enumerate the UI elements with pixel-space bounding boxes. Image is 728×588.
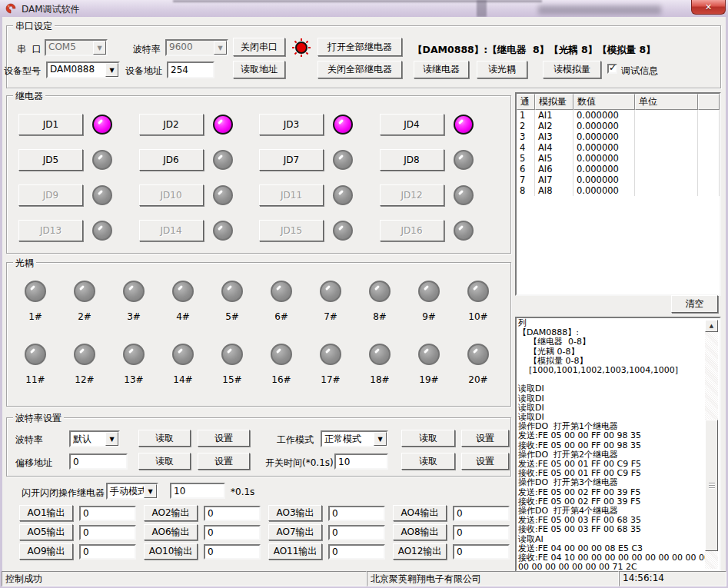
ao-button-ao10[interactable]: AO10输出 bbox=[144, 543, 198, 560]
ao-input-ao10[interactable] bbox=[204, 544, 261, 560]
log-scrollbar-thumb[interactable] bbox=[705, 420, 718, 552]
work-mode-select[interactable]: 正常模式 ▼ bbox=[321, 430, 388, 447]
ao-button-ao2[interactable]: AO2输出 bbox=[144, 505, 198, 521]
debug-info-checkbox[interactable] bbox=[607, 64, 617, 74]
port-label: 串 口 bbox=[17, 43, 42, 56]
port-select[interactable]: COM5 ▼ bbox=[45, 39, 108, 56]
relay-button-jd9[interactable]: JD9 bbox=[18, 184, 83, 206]
ao-button-ao7[interactable]: AO7输出 bbox=[268, 524, 322, 540]
ao-input-ao1[interactable] bbox=[79, 506, 136, 521]
ao-button-ao5[interactable]: AO5输出 bbox=[19, 524, 73, 540]
baud-select[interactable]: 9600 ▼ bbox=[165, 39, 228, 56]
ao-input-ao6[interactable] bbox=[204, 525, 261, 540]
close-all-relays-button[interactable]: 关闭全部继电器 bbox=[317, 61, 402, 78]
ao-button-ao1[interactable]: AO1输出 bbox=[19, 505, 73, 521]
scroll-up-icon[interactable]: ▲ bbox=[705, 320, 718, 332]
analog-col-header[interactable]: 模拟量 bbox=[535, 94, 573, 110]
ao-input-ao9[interactable] bbox=[79, 544, 136, 560]
relay-cell: JD12 bbox=[380, 178, 500, 213]
baudrate-select[interactable]: 默认 ▼ bbox=[69, 430, 120, 447]
switch-time-set-button[interactable]: 设置 bbox=[461, 453, 509, 470]
opto-cell: 12# bbox=[60, 344, 109, 407]
log-panel[interactable]: 列 【DAM0888】: 【继电器 0-8】 【光耦 0-8】 【模拟量 0-8… bbox=[515, 317, 721, 572]
flash-time-input[interactable] bbox=[170, 483, 225, 499]
ao-input-ao12[interactable] bbox=[453, 544, 510, 560]
ao-input-ao4[interactable] bbox=[453, 506, 510, 521]
opto-cell: 16# bbox=[257, 344, 306, 407]
relay-button-jd5[interactable]: JD5 bbox=[18, 149, 83, 171]
read-analog-button[interactable]: 读模拟量 bbox=[543, 61, 601, 78]
log-scrollbar[interactable]: ▲ bbox=[705, 320, 718, 569]
table-row[interactable]: 3AI30.000000 bbox=[517, 131, 720, 142]
table-cell bbox=[698, 153, 720, 164]
open-all-relays-button[interactable]: 打开全部继电器 bbox=[317, 38, 402, 56]
switch-time-read-button[interactable]: 读取 bbox=[401, 453, 455, 470]
relay-button-jd8[interactable]: JD8 bbox=[380, 149, 444, 171]
table-row[interactable]: 8AI80.000000 bbox=[517, 185, 720, 196]
close-button[interactable]: ✕ bbox=[691, 0, 726, 15]
relay-button-jd11[interactable]: JD11 bbox=[259, 184, 324, 206]
ao-button-ao11[interactable]: AO11输出 bbox=[268, 543, 322, 560]
opto-led-9 bbox=[418, 281, 440, 302]
work-mode-read-button[interactable]: 读取 bbox=[401, 430, 455, 447]
table-row[interactable]: 2AI20.000000 bbox=[517, 121, 720, 131]
analog-col-header[interactable]: 通 bbox=[517, 94, 535, 110]
relay-button-jd16[interactable]: JD16 bbox=[380, 220, 444, 241]
table-row[interactable]: 6AI60.000000 bbox=[517, 164, 720, 174]
ao-input-ao5[interactable] bbox=[79, 525, 136, 540]
read-addr-button[interactable]: 读取地址 bbox=[233, 61, 285, 78]
table-cell: 0.000000 bbox=[573, 174, 635, 185]
ao-button-ao8[interactable]: AO8输出 bbox=[393, 524, 447, 540]
ao-button-ao3[interactable]: AO3输出 bbox=[268, 505, 322, 521]
relay-button-jd3[interactable]: JD3 bbox=[259, 114, 324, 135]
read-relay-button[interactable]: 读继电器 bbox=[414, 61, 469, 78]
analog-table: 通模拟量数值单位 1AI10.0000002AI20.0000003AI30.0… bbox=[515, 92, 721, 296]
model-select[interactable]: DAM0888 ▼ bbox=[46, 61, 120, 78]
relay-button-jd7[interactable]: JD7 bbox=[259, 149, 324, 171]
ao-button-ao4[interactable]: AO4输出 bbox=[393, 505, 447, 521]
switch-time-input[interactable] bbox=[334, 453, 388, 470]
relay-cell: JD5 bbox=[18, 142, 139, 178]
read-opto-button[interactable]: 读光耦 bbox=[477, 61, 527, 78]
table-row[interactable]: 5AI50.000000 bbox=[517, 153, 720, 164]
work-mode-set-button[interactable]: 设置 bbox=[461, 430, 509, 447]
clear-log-button[interactable]: 清空 bbox=[671, 295, 718, 313]
relay-button-jd12[interactable]: JD12 bbox=[380, 184, 444, 206]
relay-button-jd14[interactable]: JD14 bbox=[139, 220, 204, 241]
ao-button-ao9[interactable]: AO9输出 bbox=[19, 543, 73, 560]
close-port-button[interactable]: 关闭串口 bbox=[233, 38, 285, 56]
relay-button-jd13[interactable]: JD13 bbox=[18, 220, 83, 241]
ao-input-ao3[interactable] bbox=[328, 506, 385, 521]
titlebar[interactable]: DAM调试软件 ✕ bbox=[0, 0, 728, 17]
ao-button-ao6[interactable]: AO6输出 bbox=[144, 524, 198, 540]
relay-button-jd10[interactable]: JD10 bbox=[139, 184, 204, 206]
opto-label: 2# bbox=[78, 311, 91, 322]
analog-col-header[interactable]: 单位 bbox=[635, 94, 698, 110]
opto-cell: 5# bbox=[208, 281, 257, 344]
relay-button-jd6[interactable]: JD6 bbox=[139, 149, 204, 171]
device-addr-input[interactable] bbox=[167, 61, 214, 78]
table-cell: AI2 bbox=[535, 121, 573, 131]
offset-read-button[interactable]: 读取 bbox=[138, 453, 191, 470]
ao-input-ao11[interactable] bbox=[328, 544, 385, 560]
ao-input-ao8[interactable] bbox=[453, 525, 510, 540]
ao-input-ao7[interactable] bbox=[328, 525, 385, 540]
baud-set-button[interactable]: 设置 bbox=[198, 430, 250, 447]
relay-button-jd1[interactable]: JD1 bbox=[18, 114, 83, 135]
ao-input-ao2[interactable] bbox=[204, 506, 261, 521]
table-row[interactable]: 1AI10.000000 bbox=[517, 110, 720, 121]
table-row[interactable]: 7AI70.000000 bbox=[517, 174, 720, 185]
table-cell bbox=[698, 121, 720, 131]
relay-button-jd15[interactable]: JD15 bbox=[259, 220, 324, 241]
offset-addr-input[interactable] bbox=[69, 453, 128, 470]
ao-button-ao12[interactable]: AO12输出 bbox=[393, 543, 447, 560]
analog-col-header[interactable] bbox=[698, 94, 720, 110]
relay-button-jd2[interactable]: JD2 bbox=[139, 114, 204, 135]
relay-button-jd4[interactable]: JD4 bbox=[380, 114, 444, 135]
offset-set-button[interactable]: 设置 bbox=[198, 453, 250, 470]
baud-read-button[interactable]: 读取 bbox=[138, 430, 191, 447]
flash-mode-select[interactable]: 手动模式 ▼ bbox=[106, 483, 158, 500]
table-row[interactable]: 4AI40.000000 bbox=[517, 142, 720, 153]
analog-col-header[interactable]: 数值 bbox=[573, 94, 635, 110]
switch-time-label: 开关时间(*0.1s) bbox=[265, 457, 334, 470]
